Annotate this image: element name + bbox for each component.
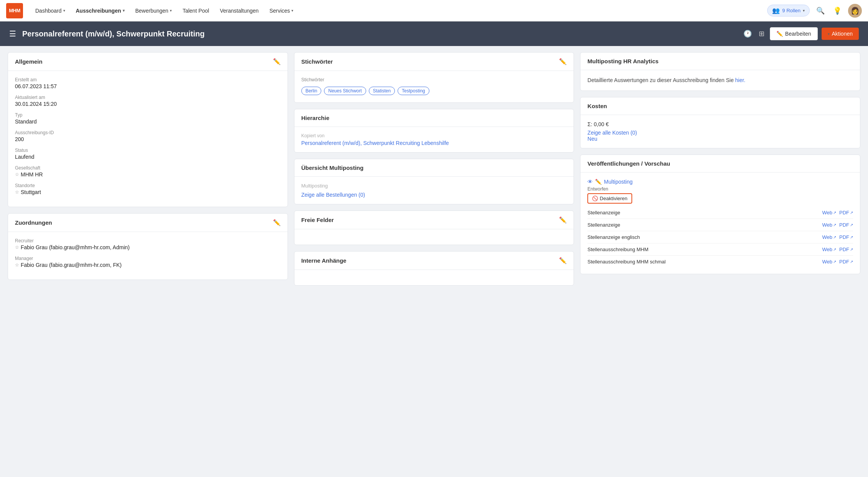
tag-neues-stichwort[interactable]: Neues Stichwort: [324, 87, 366, 95]
page-header-icon: ☰: [9, 29, 16, 38]
pub-pdf-3[interactable]: PDF ↗: [839, 247, 853, 252]
recruiter-label: Recruiter: [15, 238, 281, 243]
veroeffentlichungen-header: Veröffentlichungen / Vorschau: [580, 155, 860, 173]
nav-item-talentpool[interactable]: Talent Pool: [178, 5, 214, 16]
pub-web-4[interactable]: Web ↗: [822, 259, 837, 265]
hr-analytics-title: Multiposting HR Analytics: [587, 58, 658, 64]
recruiter-value-row: ☆ Fabio Grau (fabio.grau@mhm-hr.com, Adm…: [15, 244, 281, 250]
tag-berlin[interactable]: Berlin: [301, 87, 322, 95]
pub-pdf-1[interactable]: PDF ↗: [839, 222, 853, 228]
middle-column: Stichwörter ✏️ Stichwörter Berlin Neues …: [294, 52, 574, 286]
interne-anhaenge-title: Interne Anhänge: [301, 257, 347, 264]
notification-button[interactable]: 💡: [831, 5, 843, 17]
id-label: Ausschreibungs-ID: [15, 130, 281, 135]
pub-web-3[interactable]: Web ↗: [822, 247, 837, 252]
allgemein-edit-icon[interactable]: ✏️: [273, 58, 281, 65]
search-button[interactable]: 🔍: [814, 5, 827, 17]
chevron-down-icon: ▾: [291, 8, 293, 13]
manager-value-row: ☆ Fabio Grau (fabio.grau@mhm-hr.com, FK): [15, 262, 281, 268]
pub-links-1: Web ↗ PDF ↗: [822, 222, 853, 228]
stichwoerter-card: Stichwörter ✏️ Stichwörter Berlin Neues …: [294, 52, 574, 103]
pencil-icon: ✏️: [595, 179, 602, 185]
tags-container: Berlin Neues Stichwort Statisten Testpos…: [301, 86, 567, 96]
nav-item-services[interactable]: Services ▾: [265, 5, 298, 16]
brand-logo[interactable]: MHM: [6, 3, 23, 18]
interne-anhaenge-edit-icon[interactable]: ✏️: [559, 257, 567, 264]
allgemein-title: Allgemein: [15, 58, 43, 65]
aktionen-button[interactable]: ▾ Aktionen: [822, 28, 859, 40]
pub-row-0: Stellenanzeige Web ↗ PDF ↗: [587, 207, 853, 219]
manager-value: Fabio Grau (fabio.grau@mhm-hr.com, FK): [21, 262, 122, 268]
zuordnungen-title: Zuordnungen: [15, 219, 52, 226]
external-link-icon: ↗: [850, 235, 853, 239]
freie-felder-edit-icon[interactable]: ✏️: [559, 216, 567, 224]
standorte-value: Stuttgart: [21, 189, 41, 195]
pub-label-0: Stellenanzeige: [587, 210, 620, 215]
uebersicht-multiposting-header: Übersicht Multiposting: [294, 159, 574, 177]
multiposting-link[interactable]: Multiposting: [604, 179, 633, 185]
right-column: Multiposting HR Analytics Detaillierte A…: [580, 52, 860, 274]
pub-web-1[interactable]: Web ↗: [822, 222, 837, 228]
roles-icon: 👥: [772, 7, 780, 14]
pub-label-2: Stellenanzeige englisch: [587, 234, 640, 240]
clock-icon[interactable]: 🕐: [742, 28, 753, 39]
nav-item-ausschreibungen[interactable]: Ausschreibungen ▾: [71, 5, 129, 16]
nav-item-veranstaltungen[interactable]: Veranstaltungen: [215, 5, 263, 16]
nav-label-talentpool: Talent Pool: [182, 8, 209, 14]
nav-item-bewerbungen[interactable]: Bewerbungen ▾: [131, 5, 176, 16]
kosten-title: Kosten: [587, 103, 607, 109]
pub-web-0[interactable]: Web ↗: [822, 210, 837, 215]
zuordnungen-edit-icon[interactable]: ✏️: [273, 219, 281, 226]
bearbeiten-button[interactable]: ✏️ Bearbeiten: [770, 27, 818, 40]
stichwoerter-section-label: Stichwörter: [301, 77, 567, 82]
pub-web-2[interactable]: Web ↗: [822, 234, 837, 240]
field-manager: Manager ☆ Fabio Grau (fabio.grau@mhm-hr.…: [15, 256, 281, 268]
zeige-bestellungen-link[interactable]: Zeige alle Bestellungen (0): [301, 192, 365, 198]
aktualisiert-value: 30.01.2024 15:20: [15, 101, 281, 107]
zeige-kosten-link[interactable]: Zeige alle Kosten (0): [587, 130, 637, 136]
tag-testposting[interactable]: Testposting: [398, 87, 429, 95]
erstellt-label: Erstellt am: [15, 77, 281, 82]
pub-label-3: Stellenausschreibung MHM: [587, 247, 648, 252]
kopiert-von-link[interactable]: Personalreferent (m/w/d), Schwerpunkt Re…: [301, 140, 449, 146]
deaktivieren-button[interactable]: 🚫 Deaktivieren: [587, 193, 632, 204]
field-gesellschaft: Gesellschaft ☆ MHM HR: [15, 165, 281, 178]
typ-label: Typ: [15, 112, 281, 118]
pub-pdf-2[interactable]: PDF ↗: [839, 234, 853, 240]
left-column: Allgemein ✏️ Erstellt am 06.07.2023 11:5…: [8, 52, 288, 280]
pub-links-2: Web ↗ PDF ↗: [822, 234, 853, 240]
external-link-icon: ↗: [833, 260, 836, 264]
external-link-icon: ↗: [833, 211, 836, 215]
pub-pdf-4[interactable]: PDF ↗: [839, 259, 853, 265]
pub-row-4: Stellenausschreibung MHM schmal Web ↗ PD…: [587, 256, 853, 268]
nav-item-dashboard[interactable]: Dashboard ▾: [31, 5, 70, 16]
multiposting-sub-label: Multiposting: [301, 183, 567, 189]
kosten-body: Σ: 0,00 € Zeige alle Kosten (0) Neu: [580, 115, 860, 148]
field-recruiter: Recruiter ☆ Fabio Grau (fabio.grau@mhm-h…: [15, 238, 281, 250]
pub-row-3: Stellenausschreibung MHM Web ↗ PDF ↗: [587, 243, 853, 256]
stichwoerter-title: Stichwörter: [301, 58, 333, 65]
pub-pdf-0[interactable]: PDF ↗: [839, 210, 853, 215]
kosten-header: Kosten: [580, 97, 860, 115]
external-link-icon: ↗: [833, 235, 836, 239]
hierarchie-card: Hierarchie Kopiert von Personalreferent …: [294, 109, 574, 153]
external-link-icon: ↗: [850, 211, 853, 215]
zuordnungen-body: Recruiter ☆ Fabio Grau (fabio.grau@mhm-h…: [8, 232, 288, 280]
id-value: 200: [15, 136, 281, 142]
status-label: Status: [15, 148, 281, 153]
roles-button[interactable]: 👥 9 Rollen ▾: [767, 5, 810, 16]
veroeffentlichungen-title: Veröffentlichungen / Vorschau: [587, 160, 670, 167]
uebersicht-multiposting-body: Multiposting Zeige alle Bestellungen (0): [294, 177, 574, 204]
hr-analytics-link[interactable]: hier.: [735, 77, 745, 83]
user-avatar[interactable]: 👩: [848, 4, 862, 18]
neu-link[interactable]: Neu: [587, 136, 597, 142]
freie-felder-card: Freie Felder ✏️: [294, 211, 574, 245]
tag-statisten[interactable]: Statisten: [369, 87, 395, 95]
stichwoerter-edit-icon[interactable]: ✏️: [559, 58, 567, 65]
uebersicht-multiposting-card: Übersicht Multiposting Multiposting Zeig…: [294, 159, 574, 204]
grid-icon[interactable]: ⊞: [757, 28, 766, 39]
hierarchie-header: Hierarchie: [294, 109, 574, 127]
external-link-icon: ↗: [833, 247, 836, 252]
chevron-down-icon: ▾: [123, 8, 125, 13]
freie-felder-body: [294, 229, 574, 245]
